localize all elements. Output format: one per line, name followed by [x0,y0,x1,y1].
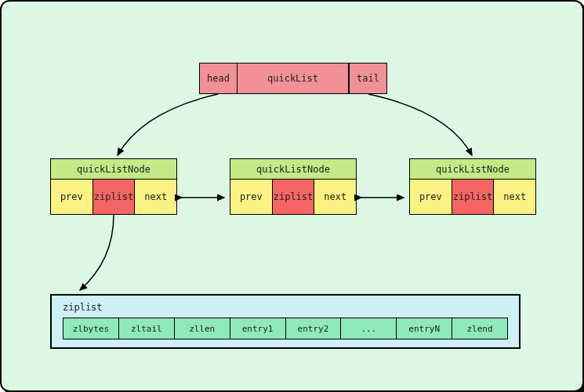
ziplist-detail-box: ziplist zlbytes zltail zllen entry1 entr… [50,294,521,349]
node-cells: prev ziplist next [230,180,356,214]
ziplist-box-label: ziplist [63,302,508,313]
arrow-tail-to-node3 [368,94,472,155]
ziplist-field: entry1 [230,318,286,339]
prev-label: prev [60,191,83,202]
quicklist-title-cell: quickList [238,64,349,93]
arrow-head-to-node1 [118,94,218,155]
quicklist-node: quickListNode prev ziplist next [409,158,536,215]
next-label: next [503,191,526,202]
quicklist-tail-cell: tail [349,64,386,93]
zlend-label: zlend [467,324,493,334]
ziplist-cell: ziplist [452,180,495,214]
arrow-ziplist-to-detail [80,215,114,290]
ziplist-field: zllen [175,318,230,339]
prev-cell: prev [230,180,273,214]
ziplist-label: ziplist [94,191,134,202]
ziplist-cell: ziplist [273,180,315,214]
node-title: quickListNode [410,159,535,180]
ziplist-field: zlbytes [63,318,119,339]
node-title: quickListNode [51,159,176,180]
tail-label: tail [357,73,379,84]
zlbytes-label: zlbytes [73,324,109,334]
next-cell: next [314,180,356,214]
ziplist-row: zlbytes zltail zllen entry1 entry2 ... e… [63,318,508,339]
quicklist-block: head quickList tail [199,63,387,94]
next-label: next [144,191,167,202]
ziplist-label: ziplist [274,191,314,202]
ellipsis-label: ... [361,324,376,334]
prev-label: prev [419,191,442,202]
quicklist-node: quickListNode prev ziplist next [230,158,357,215]
prev-cell: prev [410,180,452,214]
quicklist-node: quickListNode prev ziplist next [50,158,177,215]
node-cells: prev ziplist next [410,180,535,214]
head-label: head [207,73,230,84]
prev-label: prev [240,191,263,202]
ziplist-field: entryN [397,318,452,339]
entry1-label: entry1 [242,324,274,334]
zllen-label: zllen [189,324,215,334]
quicklist-head-cell: head [200,64,238,93]
ziplist-field: zltail [119,318,175,339]
ziplist-label: ziplist [453,191,493,202]
ziplist-field: zlend [452,318,507,339]
quicklist-title: quickList [267,73,318,84]
next-cell: next [494,180,535,214]
zltail-label: zltail [131,324,162,334]
node-cells: prev ziplist next [51,180,176,214]
next-cell: next [135,180,176,214]
ziplist-field: entry2 [286,318,342,339]
next-label: next [324,191,346,202]
entry2-label: entry2 [298,324,329,334]
prev-cell: prev [51,180,93,214]
diagram-canvas: head quickList tail quickListNode prev z… [0,0,584,392]
entryN-label: entryN [408,324,440,334]
node-title: quickListNode [230,159,356,180]
ziplist-field: ... [341,318,397,339]
ziplist-cell: ziplist [93,180,136,214]
